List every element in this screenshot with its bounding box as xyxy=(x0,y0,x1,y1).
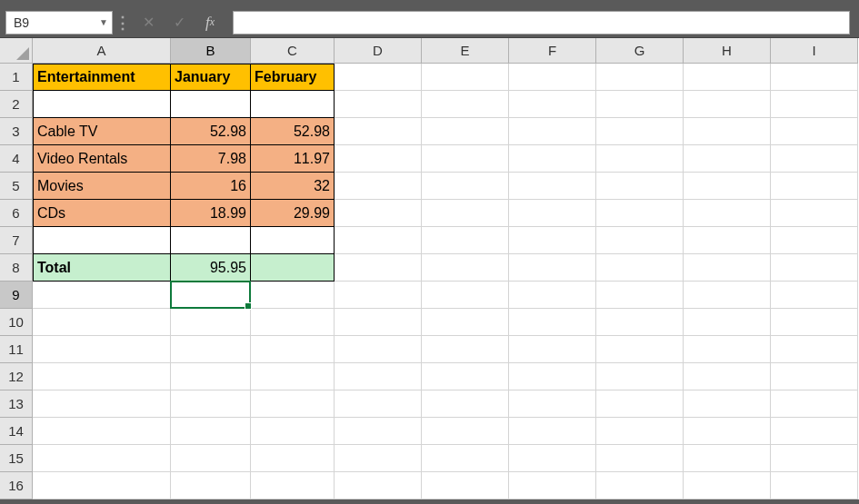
cell-F9[interactable] xyxy=(509,282,596,309)
cell-I13[interactable] xyxy=(771,390,858,418)
cell-I12[interactable] xyxy=(771,363,858,390)
cell-E9[interactable] xyxy=(422,282,509,309)
cell-E4[interactable] xyxy=(422,145,509,173)
cell-A15[interactable] xyxy=(33,445,171,472)
cell-A10[interactable] xyxy=(33,309,171,336)
cell-A7[interactable] xyxy=(33,227,171,254)
cell-D8[interactable] xyxy=(335,254,422,282)
cell-F10[interactable] xyxy=(509,309,596,336)
cell-E1[interactable] xyxy=(422,64,509,91)
row-header-16[interactable]: 16 xyxy=(0,472,33,499)
cell-C16[interactable] xyxy=(251,472,335,499)
cell-D10[interactable] xyxy=(335,309,422,336)
cell-D12[interactable] xyxy=(335,363,422,390)
cell-D16[interactable] xyxy=(335,472,422,499)
cell-H7[interactable] xyxy=(684,227,771,254)
cell-F15[interactable] xyxy=(509,445,596,472)
cell-F3[interactable] xyxy=(509,118,596,145)
cell-G6[interactable] xyxy=(596,200,684,227)
cell-A13[interactable] xyxy=(33,390,171,418)
cell-E14[interactable] xyxy=(422,418,509,445)
cell-A3[interactable]: Cable TV xyxy=(33,118,171,145)
cell-I3[interactable] xyxy=(771,118,858,145)
row-header-3[interactable]: 3 xyxy=(0,118,33,145)
row-header-4[interactable]: 4 xyxy=(0,145,33,173)
cell-E11[interactable] xyxy=(422,336,509,363)
cell-B6[interactable]: 18.99 xyxy=(171,200,251,227)
cell-G4[interactable] xyxy=(596,145,684,173)
cell-A11[interactable] xyxy=(33,336,171,363)
cell-I6[interactable] xyxy=(771,200,858,227)
cell-D11[interactable] xyxy=(335,336,422,363)
cell-D14[interactable] xyxy=(335,418,422,445)
cell-A9[interactable] xyxy=(33,282,171,309)
name-box[interactable]: B9 ▼ xyxy=(5,11,113,35)
column-header-A[interactable]: A xyxy=(33,38,171,64)
cell-D9[interactable] xyxy=(335,282,422,309)
cell-G5[interactable] xyxy=(596,173,684,200)
cell-I7[interactable] xyxy=(771,227,858,254)
cell-C10[interactable] xyxy=(251,309,335,336)
cell-I8[interactable] xyxy=(771,254,858,282)
cell-D6[interactable] xyxy=(335,200,422,227)
cell-B5[interactable]: 16 xyxy=(171,173,251,200)
cell-G9[interactable] xyxy=(596,282,684,309)
cell-B15[interactable] xyxy=(171,445,251,472)
cell-B13[interactable] xyxy=(171,390,251,418)
cell-D3[interactable] xyxy=(335,118,422,145)
cell-E12[interactable] xyxy=(422,363,509,390)
cell-D13[interactable] xyxy=(335,390,422,418)
cell-F12[interactable] xyxy=(509,363,596,390)
cell-A4[interactable]: Video Rentals xyxy=(33,145,171,173)
cell-G11[interactable] xyxy=(596,336,684,363)
cell-E3[interactable] xyxy=(422,118,509,145)
cell-G12[interactable] xyxy=(596,363,684,390)
cell-F11[interactable] xyxy=(509,336,596,363)
cell-A1[interactable]: Entertainment xyxy=(33,64,171,91)
row-header-14[interactable]: 14 xyxy=(0,418,33,445)
row-header-10[interactable]: 10 xyxy=(0,309,33,336)
row-header-5[interactable]: 5 xyxy=(0,173,33,200)
cell-E6[interactable] xyxy=(422,200,509,227)
cell-D15[interactable] xyxy=(335,445,422,472)
cell-H4[interactable] xyxy=(684,145,771,173)
name-box-dropdown-icon[interactable]: ▼ xyxy=(99,17,108,27)
cell-H5[interactable] xyxy=(684,173,771,200)
cell-H9[interactable] xyxy=(684,282,771,309)
cell-F4[interactable] xyxy=(509,145,596,173)
cell-B9[interactable] xyxy=(171,282,251,309)
cell-B7[interactable] xyxy=(171,227,251,254)
cell-E7[interactable] xyxy=(422,227,509,254)
cell-E2[interactable] xyxy=(422,91,509,118)
cell-B14[interactable] xyxy=(171,418,251,445)
cell-F5[interactable] xyxy=(509,173,596,200)
cell-I16[interactable] xyxy=(771,472,858,499)
column-header-C[interactable]: C xyxy=(251,38,335,64)
cell-G16[interactable] xyxy=(596,472,684,499)
cell-C1[interactable]: February xyxy=(251,64,335,91)
cell-E8[interactable] xyxy=(422,254,509,282)
cell-E5[interactable] xyxy=(422,173,509,200)
cell-B4[interactable]: 7.98 xyxy=(171,145,251,173)
cell-C2[interactable] xyxy=(251,91,335,118)
cell-A12[interactable] xyxy=(33,363,171,390)
cell-I5[interactable] xyxy=(771,173,858,200)
cell-E10[interactable] xyxy=(422,309,509,336)
row-header-15[interactable]: 15 xyxy=(0,445,33,472)
cell-I11[interactable] xyxy=(771,336,858,363)
cell-C5[interactable]: 32 xyxy=(251,173,335,200)
cell-H1[interactable] xyxy=(684,64,771,91)
cell-I9[interactable] xyxy=(771,282,858,309)
cell-I4[interactable] xyxy=(771,145,858,173)
row-header-2[interactable]: 2 xyxy=(0,91,33,118)
cell-A5[interactable]: Movies xyxy=(33,173,171,200)
cell-C9[interactable] xyxy=(251,282,335,309)
cell-C8[interactable] xyxy=(251,254,335,282)
cell-H10[interactable] xyxy=(684,309,771,336)
cell-C12[interactable] xyxy=(251,363,335,390)
cell-A8[interactable]: Total xyxy=(33,254,171,282)
row-header-11[interactable]: 11 xyxy=(0,336,33,363)
cell-C3[interactable]: 52.98 xyxy=(251,118,335,145)
insert-function-button[interactable]: fx xyxy=(195,11,225,35)
cell-D1[interactable] xyxy=(335,64,422,91)
